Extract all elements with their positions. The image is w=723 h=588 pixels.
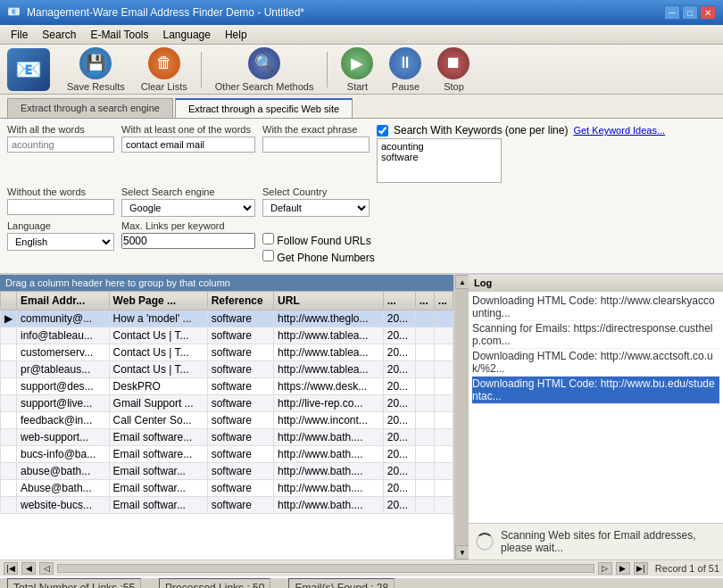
form-row-1: With all the words With at least one of …	[7, 124, 716, 183]
cell-extra	[415, 429, 434, 446]
cell-reference: software	[207, 311, 273, 327]
table-row[interactable]: customerserv...Contact Us | T...software…	[1, 344, 453, 361]
table-row[interactable]: abuse@bath...Email softwar...softwarehtt…	[1, 463, 453, 480]
table-row[interactable]: ▶community@...How a 'model' ...softwareh…	[1, 311, 453, 327]
cell-extra	[434, 429, 453, 446]
search-engine-label: Select Search engine	[121, 186, 255, 197]
stop-button[interactable]: ⏹ Stop	[431, 43, 476, 96]
save-results-button[interactable]: 💾 Save Results	[61, 43, 131, 96]
menu-language[interactable]: Language	[156, 27, 218, 43]
table-row[interactable]: info@tableau...Contact Us | T...software…	[1, 327, 453, 344]
table-row[interactable]: support@live...Gmail Support ...software…	[1, 395, 453, 412]
col-reference[interactable]: Reference	[207, 292, 273, 311]
pause-button[interactable]: ⏸ Pause	[383, 43, 428, 96]
cell-extra	[434, 480, 453, 497]
max-links-label: Max. Links per keyword	[121, 220, 255, 231]
exact-phrase-input[interactable]	[262, 137, 370, 153]
tab-specific-website[interactable]: Extract through a specific Web site	[175, 98, 353, 118]
search-engine-select[interactable]: Google Bing Yahoo	[121, 199, 255, 217]
table-row[interactable]: Abuse@bath...Email softwar...softwarehtt…	[1, 480, 453, 497]
all-words-input[interactable]	[7, 137, 114, 153]
menu-file[interactable]: File	[4, 27, 35, 43]
row-arrow: ▶	[1, 311, 17, 327]
table-row[interactable]: feedback@in...Call Center So...softwareh…	[1, 412, 453, 429]
maximize-button[interactable]: □	[682, 5, 698, 20]
grid-navigation-bar: |◀ ◀ ◁ ▷ ▶ ▶| Record 1 of 51	[0, 559, 723, 576]
keywords-textarea[interactable]: acounting software	[377, 138, 502, 183]
log-content: Downloading HTML Code: http://www.clears…	[469, 292, 723, 523]
keywords-checkbox[interactable]	[377, 125, 388, 137]
col-email[interactable]: Email Addr...	[17, 292, 110, 311]
menu-email-tools[interactable]: E-Mail Tools	[83, 27, 155, 43]
emails-found-status: Email(s) Found : 28	[288, 578, 395, 588]
cell-extra	[415, 361, 434, 378]
atleast-one-input[interactable]	[121, 137, 255, 153]
table-row[interactable]: web-support...Email software...softwareh…	[1, 429, 453, 446]
next-record-button[interactable]: ▶	[616, 562, 630, 575]
scroll-up-button[interactable]: ▲	[455, 275, 470, 289]
tab-search-engine[interactable]: Extract through a search engine	[7, 98, 173, 118]
max-links-input[interactable]	[121, 233, 255, 249]
without-words-input[interactable]	[7, 199, 114, 215]
col-url[interactable]: URL	[274, 292, 384, 311]
cell-extra	[415, 378, 434, 395]
main-content: Drag a column header here to group by th…	[0, 274, 723, 559]
log-header: Log	[469, 275, 723, 292]
menu-help[interactable]: Help	[218, 27, 254, 43]
country-select[interactable]: Default United States	[262, 199, 370, 217]
cell-url: http://live-rep.co...	[274, 395, 384, 412]
scroll-track[interactable]	[455, 289, 469, 545]
menu-search[interactable]: Search	[35, 27, 83, 43]
other-search-methods-button[interactable]: 🔍 Other Search Methods	[209, 43, 320, 96]
follow-urls-checkbox[interactable]	[262, 233, 274, 244]
col-extra1[interactable]: ...	[383, 292, 415, 311]
table-row[interactable]: website-bucs...Email softwar...softwareh…	[1, 497, 453, 514]
cell-email: support@live...	[17, 395, 110, 412]
clear-lists-button[interactable]: 🗑 Clear Lists	[135, 43, 194, 96]
table-body: ▶community@...How a 'model' ...softwareh…	[1, 311, 453, 514]
minimize-button[interactable]: ─	[664, 5, 680, 20]
cell-extra	[434, 327, 453, 344]
horizontal-scroll-track[interactable]	[57, 564, 594, 573]
row-arrow	[1, 412, 17, 429]
table-row[interactable]: pr@tableaus...Contact Us | T...softwareh…	[1, 361, 453, 378]
cell-email: abuse@bath...	[17, 463, 110, 480]
form-row-2: Without the words Select Search engine G…	[7, 186, 716, 217]
language-select[interactable]: English French	[7, 233, 114, 251]
col-webpage[interactable]: Web Page ...	[109, 292, 207, 311]
col-extra2[interactable]: ...	[415, 292, 434, 311]
first-record-button[interactable]: |◀	[4, 562, 18, 575]
cell-c5: 20...	[383, 311, 415, 327]
get-keyword-ideas-link[interactable]: Get Keyword Ideas...	[573, 125, 665, 136]
col-extra3[interactable]: ...	[434, 292, 453, 311]
start-button[interactable]: ▶ Start	[335, 43, 379, 96]
cell-extra	[434, 463, 453, 480]
country-group: Select Country Default United States	[262, 186, 370, 217]
scroll-down-button[interactable]: ▼	[455, 545, 470, 559]
row-arrow	[1, 327, 17, 344]
table-row[interactable]: support@des...DeskPROsoftwarehttps://www…	[1, 378, 453, 395]
grid-table-container[interactable]: Email Addr... Web Page ... Reference URL…	[0, 291, 453, 559]
cell-extra	[434, 497, 453, 514]
toolbar: 📧 💾 Save Results 🗑 Clear Lists 🔍 Other S…	[0, 45, 723, 95]
prev-record-button[interactable]: ◀	[21, 562, 36, 575]
cell-c5: 20...	[383, 446, 415, 463]
cell-webpage: Email software...	[109, 429, 207, 446]
cell-c5: 20...	[383, 480, 415, 497]
table-row[interactable]: bucs-info@ba...Email software...software…	[1, 446, 453, 463]
cell-extra	[415, 412, 434, 429]
prev-page-button[interactable]: ◁	[39, 562, 54, 575]
cell-url: http://www.bath....	[274, 429, 384, 446]
cell-email: feedback@in...	[17, 412, 110, 429]
language-label: Language	[7, 220, 114, 231]
cell-url: https://www.desk...	[274, 378, 384, 395]
next-page-button[interactable]: ▷	[598, 562, 612, 575]
get-phone-checkbox[interactable]	[262, 250, 274, 261]
last-record-button[interactable]: ▶|	[634, 562, 648, 575]
cell-email: website-bucs...	[17, 497, 110, 514]
close-button[interactable]: ✕	[700, 5, 716, 20]
grid-vertical-scrollbar[interactable]: ▲ ▼	[454, 275, 469, 559]
app-icon: 📧	[7, 5, 21, 20]
cell-webpage: Email softwar...	[109, 497, 207, 514]
toolbar-separator	[201, 52, 202, 87]
